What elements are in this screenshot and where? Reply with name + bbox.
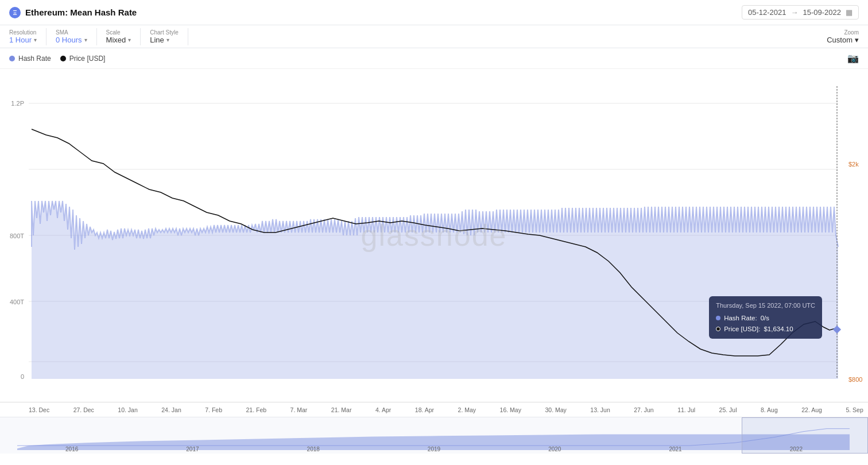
header-right: 05-12-2021 → 15-09-2022 ▦ (742, 5, 859, 20)
scale-label: Scale (106, 29, 131, 36)
price-legend: Price [USD] (60, 55, 106, 63)
hash-rate-legend: Hash Rate (9, 55, 51, 63)
x-label-14: 27. Jun (634, 406, 653, 413)
x-label-18: 22. Aug (801, 406, 822, 413)
chart-svg: 1.2P 800T 400T 0 $2k $800 (0, 69, 868, 402)
chart-style-value[interactable]: Line ▾ (150, 36, 178, 44)
x-label-1: 27. Dec (73, 406, 94, 413)
mini-x-labels: 2016 2017 2018 2019 2020 2021 2022 (0, 446, 868, 452)
header-left: Ξ Ethereum: Mean Hash Rate (9, 7, 137, 18)
x-label-8: 4. Apr (375, 406, 391, 413)
x-axis: 13. Dec 27. Dec 10. Jan 24. Jan 7. Feb 2… (0, 402, 868, 417)
zoom-dropdown[interactable]: Custom ▾ (827, 36, 859, 44)
chevron-down-icon: ▾ (34, 37, 37, 43)
ethereum-icon: Ξ (9, 7, 21, 18)
price-dot (60, 56, 66, 61)
date-range-picker[interactable]: 05-12-2021 → 15-09-2022 ▦ (742, 5, 859, 20)
scale-value[interactable]: Mixed ▾ (106, 36, 131, 44)
chevron-down-icon: ▾ (166, 37, 169, 43)
mini-x-label-1: 2017 (186, 446, 199, 452)
mini-chart: 2016 2017 2018 2019 2020 2021 2022 (0, 417, 868, 454)
hash-rate-dot (9, 56, 15, 61)
sma-value[interactable]: 0 Hours ▾ (56, 36, 87, 44)
svg-text:1.2P: 1.2P (11, 100, 24, 107)
price-label: Price [USD] (69, 55, 106, 63)
resolution-value[interactable]: 1 Hour ▾ (9, 36, 37, 44)
hash-rate-label: Hash Rate (18, 55, 51, 63)
x-label-4: 7. Feb (205, 406, 222, 413)
x-label-2: 10. Jan (118, 406, 137, 413)
x-label-7: 21. Mar (331, 406, 352, 413)
calendar-icon: ▦ (846, 8, 852, 17)
toolbar: Resolution 1 Hour ▾ SMA 0 Hours ▾ Scale … (0, 25, 868, 48)
sma-label: SMA (56, 29, 87, 36)
mini-x-label-3: 2019 (428, 446, 440, 452)
mini-x-label-0: 2016 (65, 446, 78, 452)
camera-icon[interactable]: 📷 (847, 53, 859, 64)
date-to: 15-09-2022 (803, 8, 842, 17)
chart-area: 1.2P 800T 400T 0 $2k $800 glassnode Thur… (0, 69, 868, 402)
date-from: 05-12-2021 (748, 8, 786, 17)
resolution-dropdown[interactable]: Resolution 1 Hour ▾ (9, 28, 46, 45)
x-label-15: 11. Jul (677, 406, 695, 413)
x-label-0: 13. Dec (29, 406, 49, 413)
date-arrow-icon: → (791, 8, 799, 17)
x-label-19: 5. Sep (846, 406, 863, 413)
svg-text:400T: 400T (10, 299, 24, 305)
x-label-12: 30. May (545, 406, 566, 413)
header: Ξ Ethereum: Mean Hash Rate 05-12-2021 → … (0, 0, 868, 25)
page-title: Ethereum: Mean Hash Rate (25, 7, 137, 17)
zoom-section: Zoom Custom ▾ (827, 29, 859, 44)
x-label-16: 25. Jul (719, 406, 737, 413)
resolution-label: Resolution (9, 29, 37, 36)
svg-text:800T: 800T (10, 232, 24, 239)
x-label-9: 18. Apr (415, 406, 434, 413)
legend: Hash Rate Price [USD] 📷 (0, 48, 868, 69)
mini-x-label-6: 2022 (790, 446, 803, 452)
mini-x-label-4: 2020 (548, 446, 561, 452)
x-label-13: 13. Jun (590, 406, 610, 413)
x-axis-labels: 13. Dec 27. Dec 10. Jan 24. Jan 7. Feb 2… (29, 406, 863, 413)
chevron-down-icon: ▾ (855, 36, 859, 44)
svg-text:0: 0 (21, 373, 24, 380)
svg-text:$2k: $2k (848, 161, 859, 168)
mini-x-label-5: 2021 (669, 446, 681, 452)
x-label-10: 2. May (458, 406, 476, 413)
mini-x-label-2: 2018 (307, 446, 320, 452)
chevron-down-icon: ▾ (84, 37, 87, 43)
x-label-6: 7. Mar (290, 406, 308, 413)
svg-text:$800: $800 (848, 376, 862, 383)
zoom-label: Zoom (844, 29, 859, 36)
chevron-down-icon: ▾ (128, 37, 131, 43)
x-label-3: 24. Jan (161, 406, 181, 413)
sma-dropdown[interactable]: SMA 0 Hours ▾ (56, 28, 97, 45)
chart-style-dropdown[interactable]: Chart Style Line ▾ (150, 28, 188, 45)
chart-style-label: Chart Style (150, 29, 178, 36)
scale-dropdown[interactable]: Scale Mixed ▾ (106, 28, 141, 45)
x-label-11: 16. May (500, 406, 521, 413)
x-label-5: 21. Feb (246, 406, 266, 413)
x-label-17: 8. Aug (761, 406, 778, 413)
